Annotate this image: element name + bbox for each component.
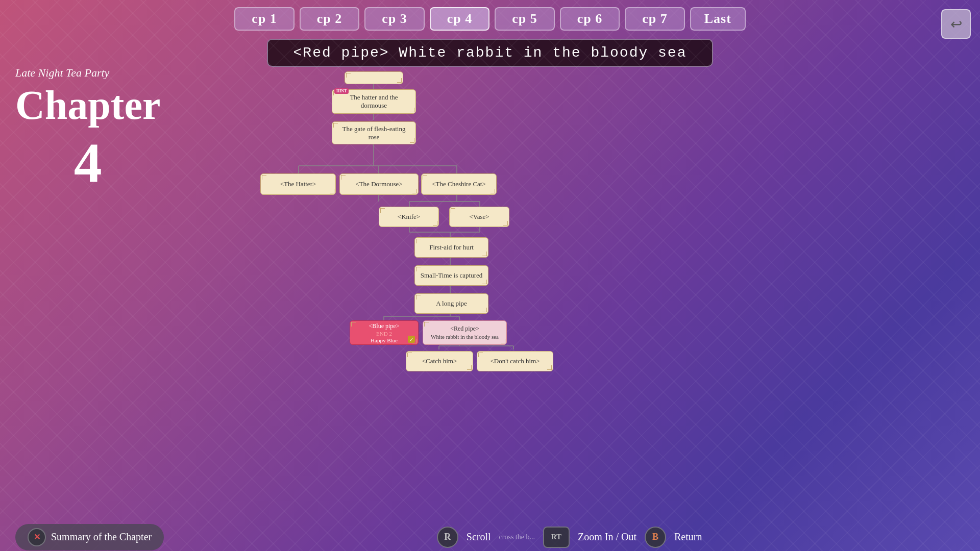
connectors-svg [219, 66, 934, 423]
hint-badge: HINT [334, 88, 349, 94]
chapter-number: 4 [15, 131, 160, 195]
node-label: <Knife> [398, 213, 420, 221]
tab-cp2[interactable]: cp 2 [300, 7, 360, 31]
node-knife[interactable]: <Knife> [379, 207, 439, 227]
return-label: Return [674, 531, 702, 543]
node-label: <The Cheshire Cat> [432, 180, 486, 188]
node-label-bottom: White rabbit in the bloody sea [431, 334, 499, 340]
rt-button-icon: RT [543, 527, 570, 548]
top-nav: cp 1 cp 2 cp 3 cp 4 cp 5 cp 6 cp 7 Last [0, 0, 980, 36]
title-bar: <Red pipe> White rabbit in the bloody se… [235, 39, 745, 67]
node-label-bottom: Happy Blue [371, 337, 398, 343]
node-label-top: <Red pipe> [450, 325, 479, 333]
node-label: <The Dormouse> [355, 180, 402, 188]
node-blue-pipe[interactable]: <Blue pipe> END 2 Happy Blue ✓ [350, 320, 419, 345]
node-the-hatter[interactable]: <The Hatter> [260, 173, 336, 195]
x-icon: ✕ [28, 528, 46, 546]
check-icon: ✓ [408, 336, 415, 343]
node-label-top: <Blue pipe> [369, 322, 400, 330]
back-button[interactable]: ↩ [941, 9, 971, 39]
r-button-icon: R [437, 527, 458, 548]
tab-cp7[interactable]: cp 7 [625, 7, 685, 31]
node-label: <Vase> [469, 213, 489, 221]
node-label: <The Hatter> [280, 180, 316, 188]
scroll-label: Scroll [467, 531, 491, 543]
node-cheshire-cat[interactable]: <The Cheshire Cat> [421, 173, 497, 195]
bottom-controls: ✕ Summary of the Chapter R Scroll cross … [0, 523, 980, 551]
tab-last[interactable]: Last [690, 7, 746, 31]
tab-cp5[interactable]: cp 5 [495, 7, 555, 31]
node-first-aid[interactable]: First-aid for hurt [414, 237, 488, 258]
b-button-icon: B [645, 527, 666, 548]
scroll-hint: cross the b... [499, 533, 535, 541]
tab-cp1[interactable]: cp 1 [234, 7, 295, 31]
node-catch-him[interactable]: <Catch him> [406, 351, 473, 371]
zoom-label: Zoom In / Out [578, 531, 636, 543]
node-label: <Catch him> [422, 357, 457, 365]
back-icon: ↩ [950, 16, 962, 33]
node-top-bar[interactable] [345, 71, 403, 84]
node-the-dormouse[interactable]: <The Dormouse> [339, 173, 419, 195]
node-label: The gate of flesh-eating rose [336, 125, 411, 141]
node-long-pipe[interactable]: A long pipe [414, 293, 488, 314]
node-red-pipe[interactable]: <Red pipe> White rabbit in the bloody se… [423, 320, 507, 345]
node-vase[interactable]: <Vase> [449, 207, 509, 227]
center-controls: R Scroll cross the b... RT Zoom In / Out… [437, 527, 702, 548]
node-gate-rose[interactable]: The gate of flesh-eating rose [332, 121, 416, 144]
node-end-label: END 2 [376, 331, 392, 337]
node-small-time[interactable]: Small-Time is captured [414, 265, 488, 286]
node-label: A long pipe [436, 299, 467, 308]
flowchart-area: HINT The hatter and the dormouse The gat… [219, 66, 975, 520]
node-label: Small-Time is captured [421, 271, 483, 280]
title-text: <Red pipe> White rabbit in the bloody se… [267, 39, 714, 67]
summary-label: Summary of the Chapter [51, 531, 152, 543]
node-label: The hatter and the dormouse [336, 93, 411, 110]
node-hatter-dormouse[interactable]: HINT The hatter and the dormouse [332, 89, 416, 114]
node-label: <Don't catch him> [490, 357, 540, 365]
chapter-subtitle: Late Night Tea Party [15, 66, 160, 80]
node-label: First-aid for hurt [429, 243, 474, 252]
summary-button[interactable]: ✕ Summary of the Chapter [15, 524, 164, 550]
tab-cp6[interactable]: cp 6 [560, 7, 620, 31]
left-panel: Late Night Tea Party Chapter 4 [15, 66, 160, 195]
node-dont-catch-him[interactable]: <Don't catch him> [477, 351, 553, 371]
chapter-label: Chapter [15, 85, 160, 126]
tab-cp3[interactable]: cp 3 [364, 7, 425, 31]
tab-cp4[interactable]: cp 4 [430, 7, 490, 31]
